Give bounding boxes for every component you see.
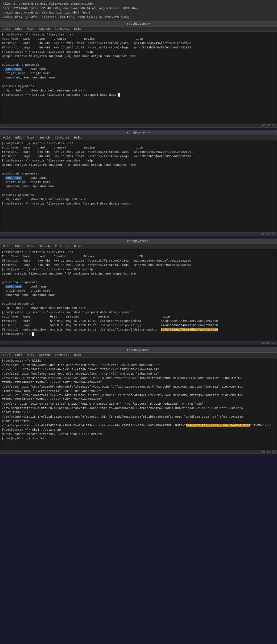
file-info-section: File: 5. Creating Stratis Filesystems Sn… [0,0,277,21]
menu-view-1[interactable]: View [27,27,35,31]
menu-edit-1[interactable]: Edit [14,27,23,31]
file-info-line3: Audio: aac, 44100 Hz, stereo, s16, 127 k… [3,11,274,15]
terminal-menubar-1[interactable]: File Edit View Search Terminal Help [0,27,277,32]
menu-file-4[interactable]: File [2,353,11,357]
menu-help-4[interactable]: Help [73,353,82,357]
terminal-content-4: [root@system ~]# blkid /dev/sda2: UUID="… [0,358,277,450]
terminal-window-3: root@system:~ File Edit View Search Term… [0,239,277,345]
terminal-content-3: [root@system ~]# stratis filesystem list… [0,249,277,341]
file-info-line2: Size: 37202948 bytes (35.48 MiB), durati… [3,6,274,11]
prompt-2: [root@system ~]# stratis filesystem list… [2,142,191,205]
menu-search-2[interactable]: Search [38,136,51,140]
menu-search-1[interactable]: Search [38,27,51,31]
terminal-titlebar-2: root@system:~ [0,130,277,135]
status-bar-3: 65:67:22 [0,341,277,345]
menu-help-3[interactable]: Help [73,245,82,248]
status-bar-2: 65:67:22 [0,232,277,236]
status-bar-4: 65:67:22 [0,450,277,454]
menu-edit-2[interactable]: Edit [14,136,23,140]
menu-edit-4[interactable]: Edit [14,353,23,357]
terminal-menubar-3[interactable]: File Edit View Search Terminal Help [0,244,277,249]
terminal-title-2: root@system:~ [127,131,150,134]
terminal-window-2: root@system:~ File Edit View Search Term… [0,130,277,236]
prompt: [root@system ~]# stratis filesystem list… [2,33,191,97]
terminal-title-3: root@system:~ [127,240,150,243]
terminal-titlebar-3: root@system:~ [0,239,277,244]
terminal-titlebar-1: root@system:~ [0,21,277,27]
prompt-4: [root@system ~]# blkid /dev/sda2: UUID="… [2,359,272,440]
terminal-title-1: root@system:~ [127,22,150,25]
terminal-window-4: root@system:~ File Edit View Search Term… [0,347,277,454]
terminal-window-1: root@system:~ File Edit View Search Term… [0,21,277,128]
file-info-line1: File: 5. Creating Stratis Filesystems Sn… [3,2,274,6]
menu-view-3[interactable]: View [27,245,35,248]
menu-search-4[interactable]: Search [38,353,51,357]
menu-file-1[interactable]: File [2,27,11,31]
terminal-menubar-2[interactable]: File Edit View Search Terminal Help [0,135,277,140]
status-bar-1: 65:67:22 [0,124,277,127]
menu-terminal-1[interactable]: Terminal [54,27,70,31]
menu-edit-3[interactable]: Edit [14,245,23,248]
terminal-content-2: [root@system ~]# stratis filesystem list… [0,140,277,232]
menu-help-1[interactable]: Help [73,27,82,31]
menu-help-2[interactable]: Help [73,136,82,140]
menu-terminal-4[interactable]: Terminal [54,353,70,357]
menu-terminal-3[interactable]: Terminal [54,245,70,248]
menu-view-2[interactable]: View [27,136,35,140]
terminal-titlebar-4: root@system:~ [0,348,277,353]
prompt-3: [root@system ~]# stratis filesystem list… [2,250,218,336]
file-info-line4: Video: h264, yuv420p, 1280x720, 914 kb/s… [3,15,274,20]
terminal-title-4: root@system:~ [127,348,150,352]
terminal-menubar-4[interactable]: File Edit View Search Terminal Help [0,353,277,358]
menu-file-2[interactable]: File [2,136,11,140]
menu-terminal-2[interactable]: Terminal [54,136,70,140]
menu-file-3[interactable]: File [2,245,11,248]
menu-view-4[interactable]: View [27,353,35,357]
terminal-content-1: [root@system ~]# stratis filesystem list… [0,32,277,124]
menu-search-3[interactable]: Search [38,245,51,248]
